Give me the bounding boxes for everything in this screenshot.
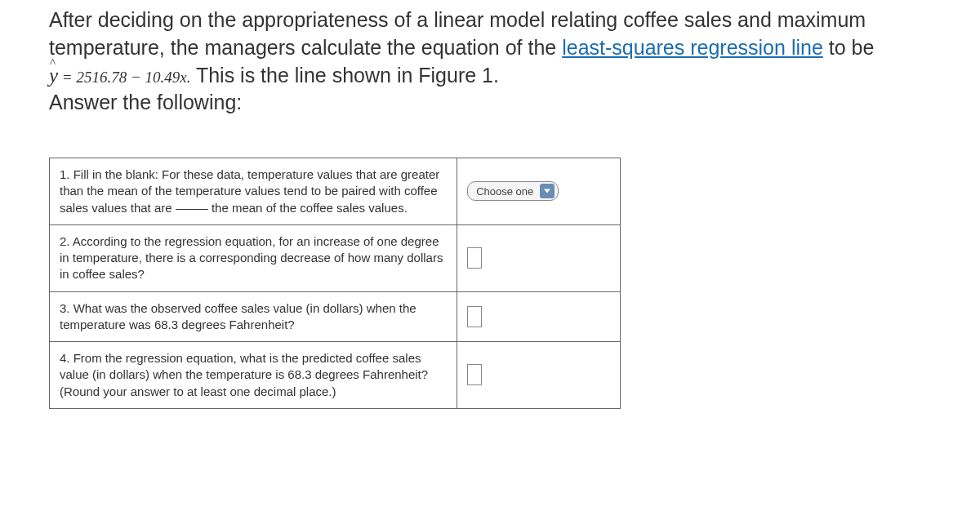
table-row: 2. According to the regression equation,… xyxy=(50,224,621,291)
select-label: Choose one xyxy=(476,185,533,198)
question-4-text: 4. From the regression equation, what is… xyxy=(50,342,457,409)
answer-1-cell: Choose one xyxy=(457,158,621,225)
table-row: 3. What was the observed coffee sales va… xyxy=(50,291,621,342)
questions-table: 1. Fill in the blank: For these data, te… xyxy=(49,158,621,409)
q1-blank xyxy=(176,209,208,210)
q4-input[interactable] xyxy=(467,364,482,385)
answer-3-cell xyxy=(457,291,621,342)
table-row: 4. From the regression equation, what is… xyxy=(50,342,621,409)
chevron-down-icon xyxy=(540,184,555,198)
question-2-text: 2. According to the regression equation,… xyxy=(50,224,457,291)
question-1-text: 1. Fill in the blank: For these data, te… xyxy=(50,158,457,225)
svg-marker-0 xyxy=(544,189,550,193)
q3-input[interactable] xyxy=(467,306,482,327)
answer-2-cell xyxy=(457,224,621,291)
intro-part3: This is the line shown in Figure 1. xyxy=(190,64,499,87)
question-3-text: 3. What was the observed coffee sales va… xyxy=(50,291,457,342)
equation-rest: = 2516.78 − 10.49x. xyxy=(58,69,190,86)
intro-paragraph: After deciding on the appropriateness of… xyxy=(49,7,931,117)
q2-input[interactable] xyxy=(467,247,482,269)
regression-equation: ^y = 2516.78 − 10.49x. xyxy=(49,64,190,87)
q1-suffix: the mean of the coffee sales values. xyxy=(208,201,408,215)
q1-select[interactable]: Choose one xyxy=(467,181,559,201)
least-squares-link[interactable]: least-squares regression line xyxy=(562,36,823,59)
table-row: 1. Fill in the blank: For these data, te… xyxy=(50,158,621,225)
intro-part2: to be xyxy=(823,36,875,59)
answer-4-cell xyxy=(457,342,621,409)
intro-part4: Answer the following: xyxy=(49,91,242,113)
